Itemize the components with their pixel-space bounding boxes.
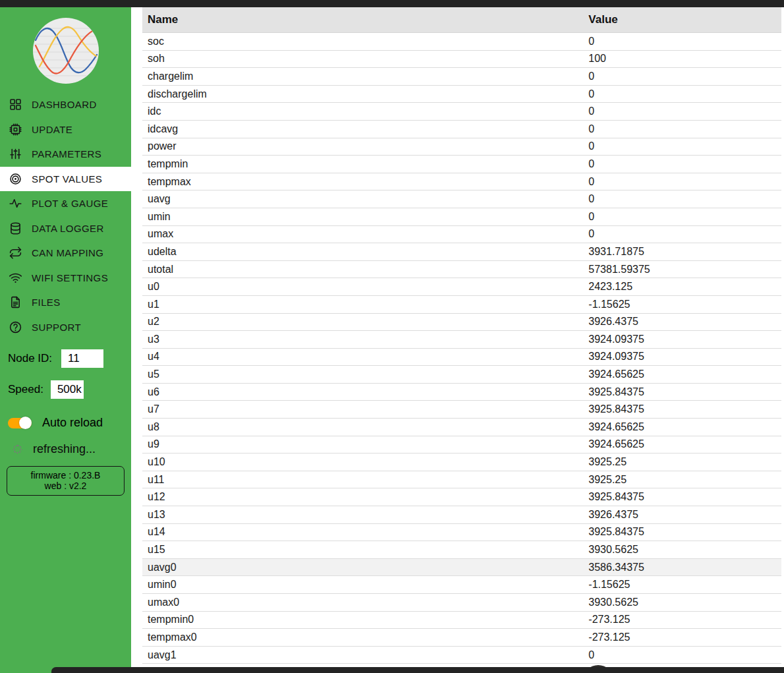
cell-name: umax	[142, 228, 583, 240]
file-icon	[8, 295, 22, 310]
cell-name: u12	[142, 491, 583, 503]
cell-name: tempmax	[142, 176, 583, 188]
table-row[interactable]: uavg0 3586.34375	[142, 559, 781, 577]
table-row[interactable]: tempmax 0	[142, 173, 781, 191]
cell-value: 3930.5625	[583, 597, 781, 608]
table-row[interactable]: u7 3925.84375	[142, 401, 781, 419]
table-row[interactable]: uavg1 0	[142, 647, 781, 664]
cell-name: u10	[142, 456, 583, 468]
refreshing-label: refreshing...	[33, 442, 96, 456]
table-row[interactable]: u8 3924.65625	[142, 419, 781, 436]
cell-value: 3586.34375	[583, 562, 781, 573]
table-row[interactable]: umin 0	[142, 208, 781, 226]
auto-reload-label: Auto reload	[42, 416, 103, 430]
cell-name: u11	[142, 474, 583, 486]
sidebar-item-update[interactable]: UPDATE	[0, 117, 131, 142]
cell-name: chargelim	[142, 71, 583, 82]
table-row[interactable]: soc 0	[142, 33, 781, 51]
table-row[interactable]: tempmin 0	[142, 156, 781, 173]
table-row[interactable]: u3 3924.09375	[142, 331, 781, 349]
table-row[interactable]: idcavg 0	[142, 121, 781, 138]
table-row[interactable]: umax 0	[142, 226, 781, 244]
cell-name: u2	[142, 316, 583, 328]
table-header-row: Name Value	[142, 7, 781, 33]
table-row[interactable]: u15 3930.5625	[142, 541, 781, 559]
cell-value: 3924.65625	[583, 368, 781, 380]
cell-name: u6	[142, 386, 583, 398]
sidebar-item-label: WIFI SETTINGS	[32, 272, 108, 283]
table-row[interactable]: u1 -1.15625	[142, 296, 781, 314]
table-row[interactable]: dischargelim 0	[142, 86, 781, 103]
table-row[interactable]: u14 3925.84375	[142, 524, 781, 542]
firmware-version: firmware : 0.23.B	[9, 470, 123, 481]
table-row[interactable]: chargelim 0	[142, 68, 781, 86]
sidebar-item-label: PLOT & GAUGE	[32, 198, 108, 209]
speed-label: Speed:	[8, 383, 43, 396]
cell-value: -1.15625	[583, 579, 781, 591]
table-row[interactable]: power 0	[142, 138, 781, 156]
activity-icon	[8, 196, 22, 211]
cell-value: 0	[583, 105, 781, 117]
table-row[interactable]: utotal 57381.59375	[142, 261, 781, 279]
cell-name: u14	[142, 526, 583, 538]
cell-value: 0	[583, 649, 781, 661]
refresh-spinner-icon	[13, 445, 22, 454]
speed-input[interactable]	[51, 380, 84, 399]
sidebar-item-can-mapping[interactable]: CAN MAPPING	[0, 241, 131, 266]
bottom-chrome-bar	[51, 667, 784, 673]
cell-value: 3924.65625	[583, 421, 781, 433]
sidebar-item-plot-gauge[interactable]: PLOT & GAUGE	[0, 191, 131, 216]
cell-name: umin0	[142, 579, 583, 591]
table-row[interactable]: u0 2423.125	[142, 278, 781, 296]
table-row[interactable]: soh 100	[142, 51, 781, 69]
cell-value: 0	[583, 36, 781, 47]
sidebar-item-label: PARAMETERS	[32, 148, 101, 160]
cell-value: 0	[583, 211, 781, 223]
table-row[interactable]: uavg 0	[142, 190, 781, 208]
cell-value: 0	[583, 88, 781, 100]
sidebar-item-files[interactable]: FILES	[0, 290, 131, 315]
cell-value: 3925.25	[583, 456, 781, 468]
table-row[interactable]: umax0 3930.5625	[142, 594, 781, 612]
sidebar-nav: DASHBOARD UPDATE PARAMETERS SPOT VALUES …	[0, 92, 131, 339]
cell-value: 3924.09375	[583, 334, 781, 345]
table-row[interactable]: u6 3925.84375	[142, 384, 781, 401]
sidebar-item-support[interactable]: SUPPORT	[0, 315, 131, 340]
top-chrome-bar	[0, 0, 784, 7]
cell-name: u5	[142, 368, 583, 380]
table-row[interactable]: idc 0	[142, 103, 781, 121]
sidebar-item-data-logger[interactable]: DATA LOGGER	[0, 216, 131, 241]
table-row[interactable]: tempmax0 -273.125	[142, 629, 781, 647]
table-row[interactable]: u13 3926.4375	[142, 506, 781, 524]
cell-value: 0	[583, 176, 781, 188]
node-id-input[interactable]	[61, 349, 103, 368]
firmware-version-box: firmware : 0.23.B web : v2.2	[7, 466, 125, 496]
table-row[interactable]: tempmin0 -273.125	[142, 612, 781, 629]
sidebar-item-spot-values[interactable]: SPOT VALUES	[0, 167, 131, 192]
table-row[interactable]: u4 3924.09375	[142, 349, 781, 366]
table-row[interactable]: umin0 -1.15625	[142, 576, 781, 594]
auto-reload-toggle[interactable]	[8, 418, 32, 428]
table-row[interactable]: u11 3925.25	[142, 471, 781, 489]
table-row[interactable]: u2 3926.4375	[142, 314, 781, 332]
table-row[interactable]: u12 3925.84375	[142, 488, 781, 506]
sidebar-item-parameters[interactable]: PARAMETERS	[0, 142, 131, 167]
cell-name: soh	[142, 53, 583, 65]
cell-value: 2423.125	[583, 281, 781, 293]
cell-name: u15	[142, 544, 583, 556]
table-row[interactable]: u10 3925.25	[142, 454, 781, 471]
spot-values-table: Name Value soc 0 soh 100 chargelim 0	[142, 7, 781, 673]
cell-name: u13	[142, 509, 583, 521]
cell-value: -273.125	[583, 614, 781, 626]
app-logo	[0, 7, 131, 84]
sidebar-item-dashboard[interactable]: DASHBOARD	[0, 92, 131, 117]
sidebar-item-wifi-settings[interactable]: WIFI SETTINGS	[0, 266, 131, 291]
table-row[interactable]: u9 3924.65625	[142, 436, 781, 454]
node-id-label: Node ID:	[8, 352, 52, 365]
table-row[interactable]: udelta 3931.71875	[142, 243, 781, 261]
help-icon	[8, 320, 22, 334]
table-row[interactable]: u5 3924.65625	[142, 366, 781, 384]
cell-name: uavg	[142, 193, 583, 205]
cell-value: 3930.5625	[583, 544, 781, 556]
cell-name: utotal	[142, 264, 583, 276]
